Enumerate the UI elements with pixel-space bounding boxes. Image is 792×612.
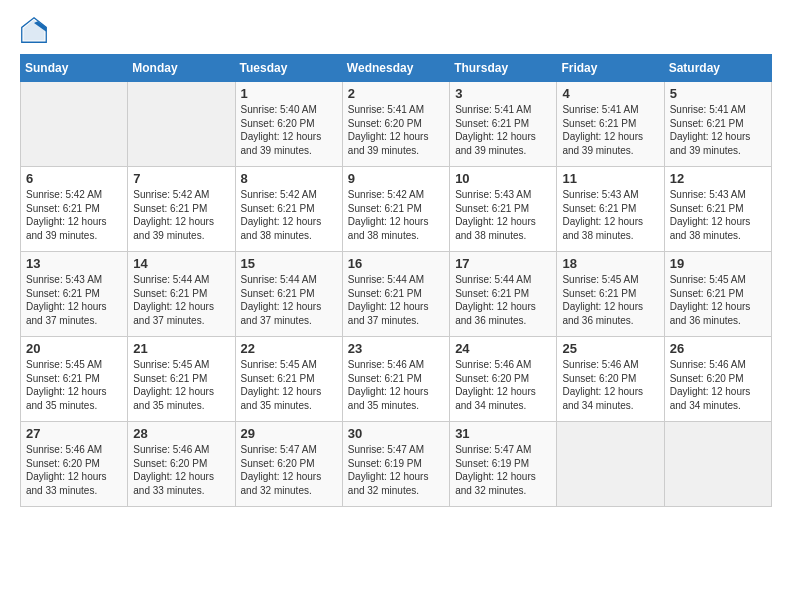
day-info: Sunrise: 5:42 AM Sunset: 6:21 PM Dayligh… xyxy=(133,188,229,242)
calendar-cell xyxy=(664,422,771,507)
calendar-cell: 15Sunrise: 5:44 AM Sunset: 6:21 PM Dayli… xyxy=(235,252,342,337)
calendar-cell xyxy=(557,422,664,507)
calendar-cell: 20Sunrise: 5:45 AM Sunset: 6:21 PM Dayli… xyxy=(21,337,128,422)
calendar-week-row: 13Sunrise: 5:43 AM Sunset: 6:21 PM Dayli… xyxy=(21,252,772,337)
calendar-week-row: 27Sunrise: 5:46 AM Sunset: 6:20 PM Dayli… xyxy=(21,422,772,507)
calendar-cell: 25Sunrise: 5:46 AM Sunset: 6:20 PM Dayli… xyxy=(557,337,664,422)
day-info: Sunrise: 5:41 AM Sunset: 6:21 PM Dayligh… xyxy=(562,103,658,157)
day-number: 26 xyxy=(670,341,766,356)
day-info: Sunrise: 5:45 AM Sunset: 6:21 PM Dayligh… xyxy=(670,273,766,327)
day-info: Sunrise: 5:42 AM Sunset: 6:21 PM Dayligh… xyxy=(348,188,444,242)
day-number: 22 xyxy=(241,341,337,356)
calendar-cell: 13Sunrise: 5:43 AM Sunset: 6:21 PM Dayli… xyxy=(21,252,128,337)
day-info: Sunrise: 5:46 AM Sunset: 6:20 PM Dayligh… xyxy=(133,443,229,497)
calendar-cell: 14Sunrise: 5:44 AM Sunset: 6:21 PM Dayli… xyxy=(128,252,235,337)
day-number: 30 xyxy=(348,426,444,441)
day-number: 18 xyxy=(562,256,658,271)
day-number: 28 xyxy=(133,426,229,441)
calendar-cell: 6Sunrise: 5:42 AM Sunset: 6:21 PM Daylig… xyxy=(21,167,128,252)
day-number: 1 xyxy=(241,86,337,101)
day-info: Sunrise: 5:46 AM Sunset: 6:21 PM Dayligh… xyxy=(348,358,444,412)
day-number: 9 xyxy=(348,171,444,186)
day-number: 25 xyxy=(562,341,658,356)
calendar-cell: 19Sunrise: 5:45 AM Sunset: 6:21 PM Dayli… xyxy=(664,252,771,337)
day-number: 10 xyxy=(455,171,551,186)
day-info: Sunrise: 5:45 AM Sunset: 6:21 PM Dayligh… xyxy=(133,358,229,412)
calendar-cell: 18Sunrise: 5:45 AM Sunset: 6:21 PM Dayli… xyxy=(557,252,664,337)
calendar-week-row: 6Sunrise: 5:42 AM Sunset: 6:21 PM Daylig… xyxy=(21,167,772,252)
calendar-cell: 27Sunrise: 5:46 AM Sunset: 6:20 PM Dayli… xyxy=(21,422,128,507)
day-number: 21 xyxy=(133,341,229,356)
calendar-cell: 21Sunrise: 5:45 AM Sunset: 6:21 PM Dayli… xyxy=(128,337,235,422)
page-header xyxy=(20,16,772,44)
day-number: 5 xyxy=(670,86,766,101)
header-row: SundayMondayTuesdayWednesdayThursdayFrid… xyxy=(21,55,772,82)
day-info: Sunrise: 5:47 AM Sunset: 6:19 PM Dayligh… xyxy=(455,443,551,497)
calendar-cell: 24Sunrise: 5:46 AM Sunset: 6:20 PM Dayli… xyxy=(450,337,557,422)
calendar-week-row: 20Sunrise: 5:45 AM Sunset: 6:21 PM Dayli… xyxy=(21,337,772,422)
day-number: 19 xyxy=(670,256,766,271)
day-number: 2 xyxy=(348,86,444,101)
calendar-table: SundayMondayTuesdayWednesdayThursdayFrid… xyxy=(20,54,772,507)
day-info: Sunrise: 5:43 AM Sunset: 6:21 PM Dayligh… xyxy=(455,188,551,242)
calendar-cell: 12Sunrise: 5:43 AM Sunset: 6:21 PM Dayli… xyxy=(664,167,771,252)
day-info: Sunrise: 5:45 AM Sunset: 6:21 PM Dayligh… xyxy=(562,273,658,327)
calendar-cell: 26Sunrise: 5:46 AM Sunset: 6:20 PM Dayli… xyxy=(664,337,771,422)
header-cell-tuesday: Tuesday xyxy=(235,55,342,82)
header-cell-sunday: Sunday xyxy=(21,55,128,82)
header-cell-saturday: Saturday xyxy=(664,55,771,82)
day-number: 12 xyxy=(670,171,766,186)
calendar-cell: 16Sunrise: 5:44 AM Sunset: 6:21 PM Dayli… xyxy=(342,252,449,337)
day-info: Sunrise: 5:44 AM Sunset: 6:21 PM Dayligh… xyxy=(455,273,551,327)
header-cell-thursday: Thursday xyxy=(450,55,557,82)
logo xyxy=(20,16,52,44)
logo-icon xyxy=(20,16,48,44)
day-number: 6 xyxy=(26,171,122,186)
day-info: Sunrise: 5:43 AM Sunset: 6:21 PM Dayligh… xyxy=(670,188,766,242)
day-number: 15 xyxy=(241,256,337,271)
svg-marker-0 xyxy=(24,20,45,41)
header-cell-wednesday: Wednesday xyxy=(342,55,449,82)
day-info: Sunrise: 5:46 AM Sunset: 6:20 PM Dayligh… xyxy=(455,358,551,412)
calendar-cell: 2Sunrise: 5:41 AM Sunset: 6:20 PM Daylig… xyxy=(342,82,449,167)
day-number: 8 xyxy=(241,171,337,186)
day-info: Sunrise: 5:44 AM Sunset: 6:21 PM Dayligh… xyxy=(241,273,337,327)
day-info: Sunrise: 5:47 AM Sunset: 6:19 PM Dayligh… xyxy=(348,443,444,497)
day-number: 4 xyxy=(562,86,658,101)
calendar-cell: 23Sunrise: 5:46 AM Sunset: 6:21 PM Dayli… xyxy=(342,337,449,422)
calendar-cell: 9Sunrise: 5:42 AM Sunset: 6:21 PM Daylig… xyxy=(342,167,449,252)
day-number: 7 xyxy=(133,171,229,186)
calendar-cell: 29Sunrise: 5:47 AM Sunset: 6:20 PM Dayli… xyxy=(235,422,342,507)
day-info: Sunrise: 5:44 AM Sunset: 6:21 PM Dayligh… xyxy=(133,273,229,327)
day-number: 27 xyxy=(26,426,122,441)
calendar-body: 1Sunrise: 5:40 AM Sunset: 6:20 PM Daylig… xyxy=(21,82,772,507)
calendar-cell: 3Sunrise: 5:41 AM Sunset: 6:21 PM Daylig… xyxy=(450,82,557,167)
day-info: Sunrise: 5:42 AM Sunset: 6:21 PM Dayligh… xyxy=(26,188,122,242)
day-info: Sunrise: 5:43 AM Sunset: 6:21 PM Dayligh… xyxy=(26,273,122,327)
calendar-cell: 28Sunrise: 5:46 AM Sunset: 6:20 PM Dayli… xyxy=(128,422,235,507)
day-number: 16 xyxy=(348,256,444,271)
calendar-week-row: 1Sunrise: 5:40 AM Sunset: 6:20 PM Daylig… xyxy=(21,82,772,167)
day-number: 31 xyxy=(455,426,551,441)
day-info: Sunrise: 5:46 AM Sunset: 6:20 PM Dayligh… xyxy=(26,443,122,497)
calendar-cell: 17Sunrise: 5:44 AM Sunset: 6:21 PM Dayli… xyxy=(450,252,557,337)
calendar-cell: 22Sunrise: 5:45 AM Sunset: 6:21 PM Dayli… xyxy=(235,337,342,422)
header-cell-monday: Monday xyxy=(128,55,235,82)
calendar-cell: 30Sunrise: 5:47 AM Sunset: 6:19 PM Dayli… xyxy=(342,422,449,507)
calendar-cell xyxy=(128,82,235,167)
day-info: Sunrise: 5:41 AM Sunset: 6:20 PM Dayligh… xyxy=(348,103,444,157)
day-number: 24 xyxy=(455,341,551,356)
day-number: 23 xyxy=(348,341,444,356)
day-info: Sunrise: 5:44 AM Sunset: 6:21 PM Dayligh… xyxy=(348,273,444,327)
calendar-cell: 11Sunrise: 5:43 AM Sunset: 6:21 PM Dayli… xyxy=(557,167,664,252)
calendar-cell: 10Sunrise: 5:43 AM Sunset: 6:21 PM Dayli… xyxy=(450,167,557,252)
day-number: 11 xyxy=(562,171,658,186)
day-info: Sunrise: 5:40 AM Sunset: 6:20 PM Dayligh… xyxy=(241,103,337,157)
day-info: Sunrise: 5:41 AM Sunset: 6:21 PM Dayligh… xyxy=(670,103,766,157)
calendar-cell: 7Sunrise: 5:42 AM Sunset: 6:21 PM Daylig… xyxy=(128,167,235,252)
day-info: Sunrise: 5:42 AM Sunset: 6:21 PM Dayligh… xyxy=(241,188,337,242)
day-number: 3 xyxy=(455,86,551,101)
day-info: Sunrise: 5:46 AM Sunset: 6:20 PM Dayligh… xyxy=(562,358,658,412)
day-number: 29 xyxy=(241,426,337,441)
calendar-cell xyxy=(21,82,128,167)
